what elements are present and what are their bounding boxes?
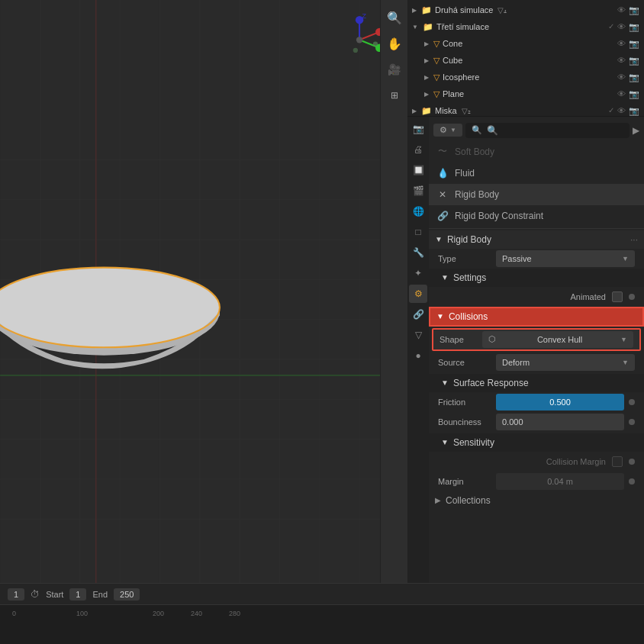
props-icon-constraints[interactable]: 🔗 [409,305,427,324]
physics-item-constraint[interactable]: 🔗 Rigid Body Constraint [429,205,644,227]
eye-icon-t[interactable]: 👁 [617,22,626,32]
camera-icon-t[interactable]: 📷 [629,22,639,32]
props-icon-material[interactable]: ● [409,346,427,365]
margin-dot [629,478,635,485]
camera-icon-cu[interactable]: 📷 [629,56,639,66]
expand-icon-ico: ▶ [424,74,429,81]
end-frame-display[interactable]: 250 [114,588,140,601]
camera-tool-btn[interactable]: 🎥 [383,58,406,81]
rigidbody-icon: ✕ [436,189,449,200]
outliner-item-cone[interactable]: ▶ ▽ Cone 👁 📷 [420,35,644,52]
eye-icon-p[interactable]: 👁 [617,89,626,99]
search-bar[interactable]: 🔍 [465,123,630,138]
collapse-icon-settings: ▼ [441,273,449,282]
margin-row: Margin 0.04 m [429,472,644,491]
collision-margin-checkbox[interactable] [612,456,623,467]
outliner-label-treti: Třetí simulace [436,22,489,31]
start-frame-display[interactable]: 1 [69,588,86,601]
check-icon-m[interactable]: ✓ [608,106,614,116]
props-icon-physics[interactable]: ⚙ [409,285,427,303]
props-icon-modifier[interactable]: 🔧 [409,243,427,262]
timeline: 1 ⏱ Start 1 End 250 0 100 200 240 280 [0,583,644,644]
clock-icon: ⏱ [31,589,40,600]
props-icon-render[interactable]: 📷 [409,120,427,138]
friction-value[interactable]: 0.500 [496,394,624,411]
type-value: Passive [502,254,532,263]
outliner-item-miska[interactable]: ▶ 📁 Miska ▽₂ ✓ 👁 📷 [407,102,644,117]
settings-section-header[interactable]: ▼ Settings [429,269,644,287]
collections-row[interactable]: ▶ Collections [429,491,644,510]
rigidbody-label: Rigid Body [455,189,499,200]
camera-icon-m[interactable]: 📷 [629,106,639,116]
viewport[interactable]: X Y Z 🔍 ✋ 🎥 ⊞ [0,0,407,583]
collisions-header[interactable]: ▼ Collisions [429,307,644,327]
collapse-icon-rb: ▼ [435,235,443,243]
surface-response-header[interactable]: ▼ Surface Response [429,374,644,392]
eye-icon-c[interactable]: 👁 [617,39,626,49]
grid-tool-btn[interactable]: ⊞ [383,84,406,107]
camera-icon-p[interactable]: 📷 [629,89,639,99]
shape-value: Convex Hull [537,335,582,344]
props-icon-output[interactable]: 🖨 [409,140,427,159]
outliner-item-plane[interactable]: ▶ ▽ Plane 👁 📷 [420,85,644,102]
shape-row-container: Shape ⬡ Convex Hull ▼ [432,328,641,351]
expand-icon: ▶ [412,7,417,14]
animated-row: Animated [429,287,644,307]
pan-tool-btn[interactable]: ✋ [383,32,406,55]
outliner-item-druha[interactable]: ▶ 📁 Druhá simulace ▽₄ 👁 📷 [407,2,644,18]
ico-icon: ▽ [433,72,440,82]
search-expand-btn[interactable]: ▶ [633,125,639,136]
friction-row: Friction 0.500 [429,392,644,412]
props-icon-particles[interactable]: ✦ [409,264,427,282]
vis-icons-cone: 👁 📷 [617,39,639,49]
svg-point-35 [373,41,378,46]
collapse-icon-surface: ▼ [441,378,449,387]
eye-icon[interactable]: 👁 [617,5,626,15]
source-dropdown-chevron: ▼ [622,359,629,366]
eye-icon-m[interactable]: 👁 [617,106,626,116]
sensitivity-header[interactable]: ▼ Sensitivity [429,433,644,452]
camera-icon-i[interactable]: 📷 [629,72,639,82]
current-frame-display[interactable]: 1 [8,588,24,601]
props-icon-view[interactable]: 🔲 [409,161,427,179]
search-input[interactable] [487,125,623,136]
eye-icon-cu[interactable]: 👁 [617,56,626,66]
camera-icon[interactable]: 📷 [629,5,639,15]
zoom-tool-btn[interactable]: 🔍 [383,6,406,29]
bounciness-value[interactable]: 0.000 [496,414,624,430]
collisions-label: Collisions [449,311,488,322]
expand-icon-cone: ▶ [424,40,429,47]
frame-marker-280: 280 [229,610,240,617]
outliner-item-icosphere[interactable]: ▶ ▽ Icosphere 👁 📷 [420,69,644,85]
props-icon-object[interactable]: □ [409,223,427,241]
outliner-item-treti[interactable]: ▼ 📁 Třetí simulace ✓ 👁 📷 [407,18,644,35]
fluid-label: Fluid [455,168,475,179]
dropdown-chevron: ▼ [622,255,629,262]
chevron-right-icon: ▶ [633,125,639,136]
bounciness-dot [629,419,635,425]
props-mode-dropdown[interactable]: ⚙ ▼ [433,124,462,137]
timeline-track[interactable]: 0 100 200 240 280 [0,605,644,644]
physics-item-fluid[interactable]: 💧 Fluid [429,163,644,184]
props-icon-scene[interactable]: 🎬 [409,182,427,200]
softbody-label: Soft Body [455,147,494,157]
props-icon-data[interactable]: ▽ [409,326,427,344]
source-dropdown[interactable]: Deform ▼ [496,354,635,371]
section-dots[interactable]: ··· [630,234,638,245]
physics-item-rigidbody[interactable]: ✕ Rigid Body [429,184,644,205]
eye-icon-i[interactable]: 👁 [617,72,626,82]
type-dropdown[interactable]: Passive ▼ [496,250,635,267]
type-row: Type Passive ▼ [429,249,644,269]
chevron-down-icon: ▼ [450,127,456,134]
animated-checkbox[interactable] [612,291,623,302]
shape-dropdown[interactable]: ⬡ Convex Hull ▼ [482,331,633,348]
rigidbody-section-header[interactable]: ▼ Rigid Body ··· [429,230,644,249]
physics-item-softbody[interactable]: 〜 Soft Body [429,141,644,163]
props-icon-world[interactable]: 🌐 [409,202,427,221]
outliner-item-cube[interactable]: ▶ ▽ Cube 👁 📷 [420,52,644,69]
camera-icon-c[interactable]: 📷 [629,39,639,49]
check-icon[interactable]: ✓ [608,22,614,32]
vis-icons-druha: 👁 📷 [617,5,639,15]
outliner-label-miska: Miska [435,106,457,115]
outliner: ▶ 📁 Druhá simulace ▽₄ 👁 📷 ▼ 📁 Třetí simu… [407,0,644,117]
